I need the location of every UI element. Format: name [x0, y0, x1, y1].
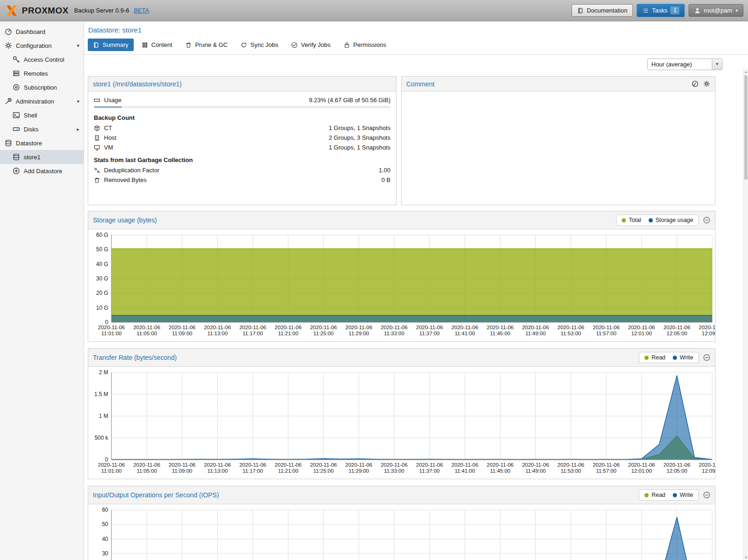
- sidebar-item-dashboard[interactable]: Dashboard: [0, 25, 84, 39]
- tab-verify-jobs[interactable]: Verify Jobs: [286, 39, 336, 51]
- tasks-button[interactable]: Tasks 1: [637, 4, 685, 17]
- chart-plot: 0500 k1 M1.5 M2 M2020-11-0611:01:002020-…: [88, 367, 715, 479]
- svg-text:2020-11-06: 2020-11-06: [487, 462, 514, 468]
- svg-text:40: 40: [102, 536, 109, 542]
- collapse-icon[interactable]: [703, 354, 710, 361]
- edit-icon[interactable]: [691, 80, 699, 87]
- svg-text:2020-11-06: 2020-11-06: [663, 325, 690, 330]
- sidebar-item-administration[interactable]: Administration ▾: [0, 94, 84, 108]
- iops-chart-panel: Input/Output Operations per Second (IOPS…: [88, 486, 715, 560]
- svg-text:11:37:00: 11:37:00: [419, 468, 440, 474]
- legend-item-storage-usage[interactable]: Storage usage: [649, 217, 693, 223]
- ct-row: CT 1 Groups, 1 Snapshots: [94, 123, 390, 133]
- legend-dot: [644, 356, 649, 360]
- sidebar-item-add-datastore[interactable]: Add Datastore: [0, 164, 84, 178]
- svg-text:11:17:00: 11:17:00: [243, 468, 263, 474]
- svg-text:2020-11-06: 2020-11-06: [275, 325, 302, 330]
- chart-legend: Read Write: [639, 489, 699, 501]
- svg-text:11:21:00: 11:21:00: [278, 331, 299, 336]
- panel-header: Storage usage (bytes) Total Storage usag…: [88, 211, 715, 229]
- sidebar-item-label: Shell: [24, 112, 79, 119]
- chart-plot: 01020304050602020-11-0611:01:002020-11-0…: [88, 504, 715, 560]
- panel-title: Input/Output Operations per Second (IOPS…: [93, 491, 639, 499]
- legend-item-write[interactable]: Write: [673, 354, 693, 361]
- transfer-rate-chart-panel: Transfer Rate (bytes/second) Read Write …: [88, 348, 715, 479]
- tab-sync-jobs[interactable]: Sync Jobs: [235, 39, 283, 51]
- collapse-icon[interactable]: [703, 491, 710, 499]
- panel-tools: [691, 80, 710, 87]
- timeframe-select[interactable]: Hour (average) ▼: [647, 59, 722, 70]
- terminal-icon: [13, 111, 20, 119]
- svg-text:11:05:00: 11:05:00: [137, 468, 157, 474]
- sidebar-item-label: Administration: [16, 98, 73, 105]
- svg-text:2020-11-06: 2020-11-06: [345, 462, 372, 468]
- tab-summary[interactable]: Summary: [88, 39, 134, 51]
- svg-text:11:41:00: 11:41:00: [455, 468, 475, 474]
- comment-content[interactable]: [402, 91, 715, 99]
- legend-dot: [673, 493, 677, 497]
- grid-icon: [142, 42, 148, 48]
- hdd-icon: [13, 125, 20, 133]
- user-menu-button[interactable]: root@pam ▾: [689, 4, 743, 17]
- sidebar-item-shell[interactable]: Shell: [0, 108, 84, 122]
- svg-text:11:21:00: 11:21:00: [278, 468, 299, 474]
- sync-icon: [241, 42, 247, 48]
- collapse-icon[interactable]: [703, 216, 710, 224]
- svg-text:2020-11-06: 2020-11-06: [204, 325, 231, 330]
- sidebar-item-datastore[interactable]: Datastore: [0, 136, 84, 150]
- book-icon: [577, 7, 584, 14]
- vm-value: 1 Groups, 1 Snapshots: [329, 144, 390, 151]
- documentation-button[interactable]: Documentation: [572, 4, 633, 17]
- page-title: Datastore: store1: [84, 21, 748, 35]
- tab-content[interactable]: Content: [137, 39, 178, 51]
- tab-label: Sync Jobs: [250, 41, 278, 48]
- scroll-up-icon[interactable]: ▲: [744, 69, 748, 74]
- legend-item-read[interactable]: Read: [644, 492, 665, 498]
- sidebar-item-disks[interactable]: Disks ▸: [0, 122, 84, 136]
- svg-text:2020-11-06: 2020-11-06: [699, 462, 715, 468]
- gear-icon[interactable]: [703, 80, 710, 87]
- book-icon: [93, 42, 99, 48]
- host-value: 2 Groups, 3 Snapshots: [329, 134, 390, 141]
- tab-prune-gc[interactable]: Prune & GC: [180, 39, 233, 51]
- sidebar-item-configuration[interactable]: Configuration ▾: [0, 39, 84, 52]
- gears-icon: [5, 42, 12, 49]
- svg-text:11:57:00: 11:57:00: [596, 468, 617, 474]
- svg-text:2020-11-06: 2020-11-06: [310, 462, 337, 468]
- sidebar-item-label: Subscription: [24, 84, 79, 91]
- scroll-down-icon[interactable]: ▼: [744, 554, 748, 560]
- svg-text:2020-11-06: 2020-11-06: [451, 462, 478, 468]
- content-area: store1 (/mnt/datastores/store1) Usage 9.…: [84, 73, 715, 560]
- sidebar-item-remotes[interactable]: Remotes: [0, 66, 84, 80]
- user-icon: [694, 7, 701, 14]
- sidebar-item-store1[interactable]: store1: [0, 150, 84, 164]
- svg-text:2020-11-06: 2020-11-06: [204, 462, 231, 468]
- hdd-icon: [94, 97, 100, 104]
- host-row: Host 2 Groups, 3 Snapshots: [94, 133, 390, 143]
- svg-text:2020-11-06: 2020-11-06: [133, 462, 160, 468]
- trash-icon: [94, 177, 100, 183]
- tab-permissions[interactable]: Permissions: [338, 39, 391, 51]
- legend-item-read[interactable]: Read: [644, 354, 665, 361]
- svg-text:2020-11-06: 2020-11-06: [699, 325, 715, 330]
- backup-count-header: Backup Count: [94, 110, 390, 123]
- svg-text:12:09:00: 12:09:00: [702, 331, 715, 336]
- legend-item-write[interactable]: Write: [673, 492, 693, 498]
- panel-header: Input/Output Operations per Second (IOPS…: [88, 486, 715, 504]
- subscription-icon: [13, 84, 20, 91]
- legend-item-total[interactable]: Total: [622, 217, 641, 223]
- datastore-summary-panel: store1 (/mnt/datastores/store1) Usage 9.…: [88, 76, 397, 205]
- combo-trigger[interactable]: ▼: [712, 59, 722, 70]
- proxmox-x-icon: [5, 5, 19, 17]
- svg-text:11:45:00: 11:45:00: [490, 468, 510, 474]
- svg-text:11:53:00: 11:53:00: [561, 468, 581, 474]
- sidebar-item-access-control[interactable]: Access Control: [0, 52, 84, 66]
- sidebar-item-subscription[interactable]: Subscription: [0, 80, 84, 94]
- beta-link[interactable]: BETA: [134, 7, 149, 14]
- svg-text:12:01:00: 12:01:00: [631, 331, 652, 336]
- svg-text:2020-11-06: 2020-11-06: [345, 325, 372, 330]
- vm-label: VM: [104, 144, 113, 151]
- legend-dot: [644, 493, 649, 497]
- scrollbar-thumb[interactable]: [744, 75, 748, 180]
- vertical-scrollbar[interactable]: ▲ ▼: [743, 69, 748, 560]
